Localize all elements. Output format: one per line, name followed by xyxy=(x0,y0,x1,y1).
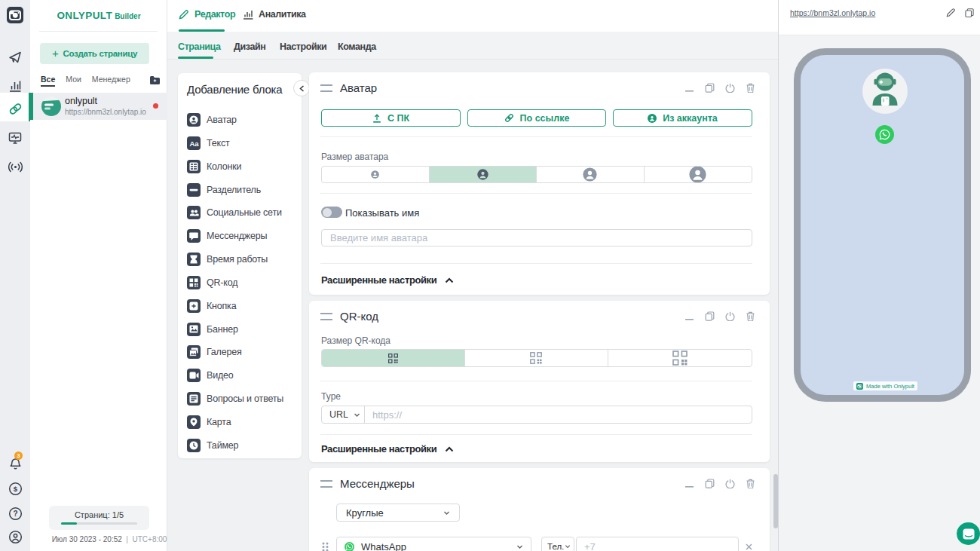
svg-text:$: $ xyxy=(13,485,17,493)
svg-text:3: 3 xyxy=(17,452,20,459)
svg-text:?: ? xyxy=(13,510,17,518)
svg-text:Aa: Aa xyxy=(189,139,199,147)
